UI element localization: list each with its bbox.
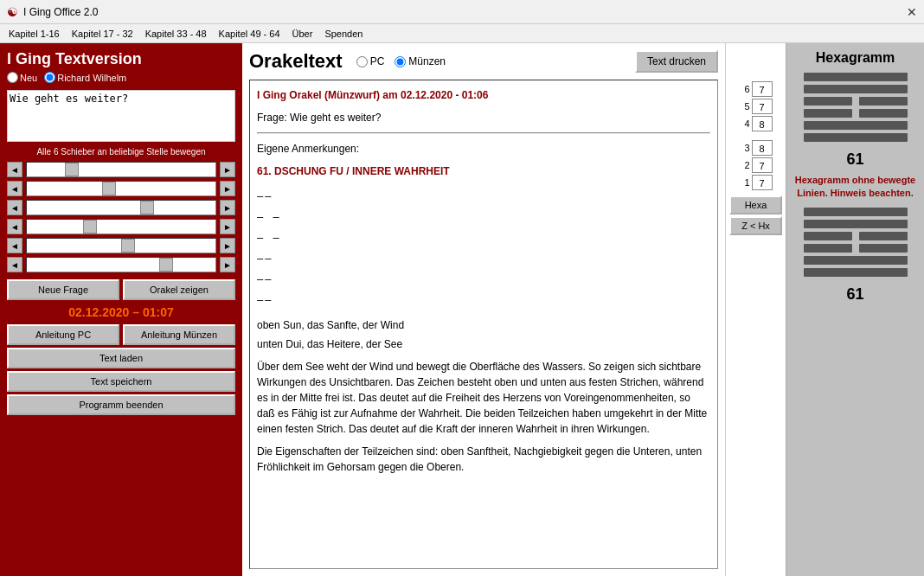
close-button[interactable]: ✕ — [907, 5, 917, 19]
textversion-radio-group: Neu Richard Wilhelm — [7, 72, 235, 83]
left-panel: I Ging Textversion Neu Richard Wilhelm W… — [0, 43, 242, 576]
score-label-6: 6 — [740, 84, 750, 94]
print-button[interactable]: Text drucken — [635, 50, 718, 73]
neue-frage-button[interactable]: Neue Frage — [7, 279, 119, 300]
hex-bar-bot-4 — [804, 232, 908, 240]
menu-ueber[interactable]: Über — [287, 28, 318, 40]
slider-2-left[interactable]: ◄ — [7, 181, 22, 196]
oracle-above: oben Sun, das Sanfte, der Wind — [257, 317, 710, 333]
hex-bar-top-5 — [804, 85, 908, 93]
anleitung-pc-button[interactable]: Anleitung PC — [7, 324, 119, 345]
hex-line-4: — — — [257, 227, 710, 248]
score-value-1: 7 — [752, 175, 773, 190]
slider-container: ◄ ► ◄ ► ◄ ► ◄ ► ◄ ► — [7, 162, 235, 272]
hexagramm-top-diagram — [804, 73, 908, 142]
scores-panel: 6 7 5 7 4 8 3 8 2 7 1 7 Hexa Z < Hx — [725, 43, 786, 576]
orakel-zeigen-button[interactable]: Orakel zeigen — [123, 279, 235, 300]
bottom-buttons: Anleitung PC Anleitung Münzen Text laden… — [7, 324, 235, 415]
slider-3-right[interactable]: ► — [220, 200, 235, 215]
slider-4-left[interactable]: ◄ — [7, 219, 22, 234]
slider-6-right[interactable]: ► — [220, 257, 235, 272]
oracle-radio-muenzen-text: Münzen — [408, 55, 446, 67]
hex-bar-top-4 — [804, 97, 908, 106]
score-label-3: 3 — [740, 143, 750, 153]
title-bar-left: ☯ I Ging Office 2.0 — [7, 5, 99, 19]
oracle-text-area[interactable]: I Ging Orakel (Münzwurf) am 02.12.2020 -… — [249, 80, 718, 569]
slider-3-track[interactable] — [26, 200, 216, 215]
anleitung-muenzen-button[interactable]: Anleitung Münzen — [123, 324, 235, 345]
menu-kapitel-49-64[interactable]: Kapitel 49 - 64 — [214, 28, 286, 40]
slider-1: ◄ ► — [7, 162, 235, 177]
score-value-6: 7 — [752, 81, 773, 97]
hex-bar-bot-5 — [804, 220, 908, 228]
oracle-radio-group: PC Münzen — [356, 55, 446, 67]
slider-1-track[interactable] — [26, 162, 216, 177]
hexagramm-bottom-diagram — [804, 208, 908, 277]
programm-beenden-button[interactable]: Programm beenden — [7, 394, 235, 415]
hexagram-text-lines: —— — — — — —— —— —— — [257, 186, 710, 310]
hex-bar-top-1 — [804, 133, 908, 142]
app-icon: ☯ — [7, 5, 18, 19]
hexa-button[interactable]: Hexa — [729, 195, 782, 214]
menu-kapitel-17-32[interactable]: Kapitel 17 - 32 — [67, 28, 138, 40]
oracle-header: Orakeltext PC Münzen Text drucken — [249, 50, 718, 73]
slider-5: ◄ ► — [7, 238, 235, 253]
oracle-notes: Eigene Anmerkungen: — [257, 141, 710, 157]
oracle-radio-pc-text: PC — [370, 55, 385, 67]
slider-6-track[interactable] — [26, 257, 216, 272]
hexagramm-number-bottom: 61 — [846, 285, 863, 304]
oracle-title: Orakeltext — [249, 50, 343, 73]
slider-6-left[interactable]: ◄ — [7, 257, 22, 272]
slider-5-left[interactable]: ◄ — [7, 238, 22, 253]
text-speichern-button[interactable]: Text speichern — [7, 371, 235, 392]
main-layout: I Ging Textversion Neu Richard Wilhelm W… — [0, 43, 924, 576]
score-row-3: 3 8 — [729, 140, 782, 156]
score-value-2: 7 — [752, 157, 773, 173]
slider-instruction: Alle 6 Schieber an beliebige Stelle bewe… — [7, 147, 235, 157]
slider-5-track[interactable] — [26, 238, 216, 253]
slider-2-right[interactable]: ► — [220, 181, 235, 196]
radio-richard-text: Richard Wilhelm — [57, 73, 126, 83]
slider-4-right[interactable]: ► — [220, 219, 235, 234]
oracle-radio-pc-label[interactable]: PC — [356, 55, 385, 67]
app-title: I Ging Office 2.0 — [23, 6, 99, 18]
score-value-3: 8 — [752, 140, 773, 156]
score-value-4: 8 — [752, 116, 773, 131]
slider-4-track[interactable] — [26, 219, 216, 234]
slider-2-track[interactable] — [26, 181, 216, 196]
title-bar: ☯ I Ging Office 2.0 ✕ — [0, 0, 924, 24]
score-row-4: 4 8 — [729, 116, 782, 131]
slider-5-right[interactable]: ► — [220, 238, 235, 253]
zhx-button[interactable]: Z < Hx — [729, 216, 782, 235]
hexagramm-title: Hexagramm — [816, 50, 895, 66]
hex-bar-bot-3 — [804, 244, 908, 253]
oracle-radio-muenzen[interactable] — [395, 56, 406, 67]
oracle-radio-muenzen-label[interactable]: Münzen — [395, 55, 446, 67]
anleitung-row: Anleitung PC Anleitung Münzen — [7, 324, 235, 345]
slider-1-right[interactable]: ► — [220, 162, 235, 177]
question-input[interactable]: Wie geht es weiter? — [7, 90, 235, 142]
text-laden-button[interactable]: Text laden — [7, 348, 235, 368]
hex-bar-top-6 — [804, 73, 908, 81]
action-buttons: Neue Frage Orakel zeigen — [7, 279, 235, 300]
menu-kapitel-1-16[interactable]: Kapitel 1-16 — [3, 28, 65, 40]
radio-richard-label[interactable]: Richard Wilhelm — [44, 72, 126, 83]
oracle-divider-1 — [257, 132, 710, 134]
score-row-6: 6 7 — [729, 81, 782, 97]
score-label-4: 4 — [740, 118, 750, 129]
hexagramm-message: Hexagramm ohne bewegte Linien. Hinweis b… — [793, 174, 917, 201]
oracle-hexagram-title: 61. DSCHUNG FU / INNERE WAHRHEIT — [257, 163, 710, 179]
menu-bar: Kapitel 1-16 Kapitel 17 - 32 Kapitel 33 … — [0, 24, 924, 43]
slider-3-left[interactable]: ◄ — [7, 200, 22, 215]
hex-line-1: —— — [257, 290, 710, 310]
radio-richard-wilhelm[interactable] — [44, 72, 55, 83]
left-panel-title: I Ging Textversion — [7, 50, 235, 68]
radio-neu[interactable] — [7, 72, 18, 83]
radio-neu-label[interactable]: Neu — [7, 72, 37, 83]
score-label-2: 2 — [740, 160, 750, 170]
menu-spenden[interactable]: Spenden — [319, 28, 368, 40]
menu-kapitel-33-48[interactable]: Kapitel 33 - 48 — [140, 28, 212, 40]
slider-4: ◄ ► — [7, 219, 235, 234]
oracle-radio-pc[interactable] — [356, 56, 368, 67]
slider-1-left[interactable]: ◄ — [7, 162, 22, 177]
